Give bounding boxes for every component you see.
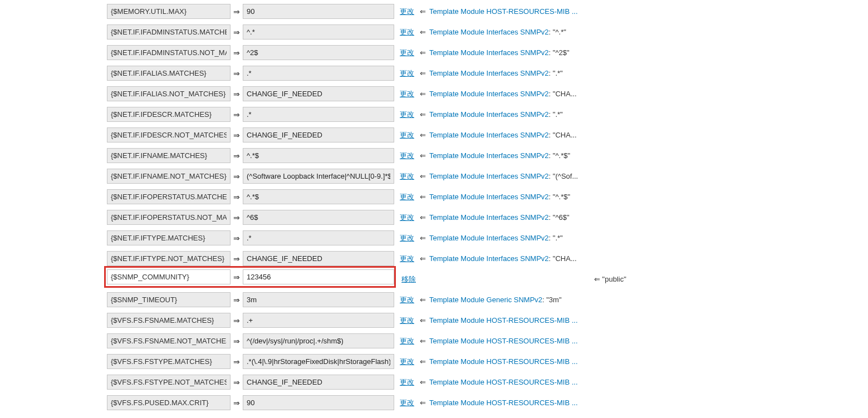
template-link[interactable]: Template Module HOST-RESOURCES-MIB ... (429, 357, 578, 366)
arrow-left-icon: ⇐ (420, 378, 426, 386)
change-link[interactable]: 更改 (400, 254, 414, 264)
template-link[interactable]: Template Module Interfaces SNMPv2 (429, 110, 549, 119)
macro-value-input (243, 251, 394, 266)
arrow-left-icon: ⇐ (420, 316, 426, 324)
template-link[interactable]: Template Module Interfaces SNMPv2 (429, 90, 549, 98)
change-link[interactable]: 更改 (400, 233, 414, 243)
template-link[interactable]: Template Module Interfaces SNMPv2 (429, 69, 549, 77)
macro-row: ⇒更改⇐Template Module Interfaces SNMPv2: "… (107, 168, 868, 184)
template-link[interactable]: Template Module Interfaces SNMPv2 (429, 151, 549, 160)
template-link[interactable]: Template Module Interfaces SNMPv2 (429, 193, 549, 201)
change-link[interactable]: 更改 (400, 7, 414, 17)
change-link[interactable]: 更改 (400, 130, 414, 140)
macro-value-input (243, 395, 394, 410)
inherited-value: ⇐ "public" (594, 275, 626, 283)
macro-name-input (107, 251, 231, 266)
arrow-right-icon: ⇒ (231, 48, 243, 57)
inherited-value: : "3m" (542, 296, 562, 304)
template-link[interactable]: Template Module HOST-RESOURCES-MIB ... (429, 378, 578, 386)
arrow-right-icon: ⇒ (231, 213, 243, 222)
template-source: Template Module Generic SNMPv2: "3m" (429, 296, 583, 304)
macro-name-input (107, 169, 231, 184)
arrow-right-icon: ⇒ (231, 337, 243, 346)
macro-name-input (107, 45, 231, 60)
inherited-value: : "^.*$" (549, 193, 570, 201)
template-link[interactable]: Template Module Interfaces SNMPv2 (429, 254, 549, 263)
macro-row: ⇒更改⇐Template Module Interfaces SNMPv2: "… (107, 189, 868, 205)
arrow-right-icon: ⇒ (231, 7, 243, 16)
macro-value-input[interactable] (243, 269, 394, 284)
inherited-value: : "^6$" (549, 213, 570, 222)
template-link[interactable]: Template Module Interfaces SNMPv2 (429, 172, 549, 180)
template-source: Template Module HOST-RESOURCES-MIB ... (429, 378, 583, 386)
template-link[interactable]: Template Module Interfaces SNMPv2 (429, 234, 549, 242)
macro-value-input (243, 148, 394, 163)
template-source: Template Module Interfaces SNMPv2: "CHA.… (429, 131, 583, 139)
template-source: Template Module Interfaces SNMPv2: ".*" (429, 69, 583, 77)
change-link[interactable]: 更改 (400, 377, 414, 387)
template-link[interactable]: Template Module HOST-RESOURCES-MIB ... (429, 316, 578, 324)
template-link[interactable]: Template Module Interfaces SNMPv2 (429, 131, 549, 139)
change-link[interactable]: 更改 (400, 357, 414, 367)
arrow-left-icon: ⇐ (420, 7, 426, 16)
inherited-value: : "^2$" (549, 48, 570, 57)
arrow-right-icon: ⇒ (231, 296, 243, 304)
macro-name-input (107, 313, 231, 328)
macro-value-input (243, 169, 394, 184)
template-link[interactable]: Template Module Interfaces SNMPv2 (429, 213, 549, 222)
macro-name-input (107, 107, 231, 122)
template-link[interactable]: Template Module HOST-RESOURCES-MIB ... (429, 7, 578, 16)
remove-link[interactable]: 移除 (401, 274, 416, 284)
template-source: Template Module Interfaces SNMPv2: "^.*$… (429, 151, 583, 160)
change-link[interactable]: 更改 (400, 171, 414, 181)
macro-value-input (243, 292, 394, 307)
arrow-left-icon: ⇐ (420, 296, 426, 304)
arrow-right-icon: ⇒ (231, 151, 243, 160)
arrow-right-icon: ⇒ (231, 110, 243, 119)
arrow-right-icon: ⇒ (231, 234, 243, 243)
change-link[interactable]: 更改 (400, 316, 414, 326)
inherited-value: : "(^Sof... (549, 172, 578, 180)
template-link[interactable]: Template Module HOST-RESOURCES-MIB ... (429, 337, 578, 345)
change-link[interactable]: 更改 (400, 89, 414, 99)
macro-row: ⇒更改⇐Template Module Interfaces SNMPv2: "… (107, 106, 868, 122)
macro-value-input (243, 189, 394, 204)
change-link[interactable]: 更改 (400, 213, 414, 223)
template-link[interactable]: Template Module Interfaces SNMPv2 (429, 28, 549, 36)
template-link[interactable]: Template Module Interfaces SNMPv2 (429, 48, 549, 57)
change-link[interactable]: 更改 (400, 110, 414, 120)
arrow-left-icon: ⇐ (420, 28, 426, 36)
macro-name-input (107, 375, 231, 390)
change-link[interactable]: 更改 (400, 68, 414, 78)
inherited-value: : "CHA... (549, 254, 577, 263)
arrow-left-icon: ⇐ (420, 110, 426, 119)
change-link[interactable]: 更改 (400, 336, 414, 346)
arrow-right-icon: ⇒ (231, 378, 243, 387)
macro-name-input[interactable] (107, 269, 231, 284)
macro-name-input (107, 230, 231, 245)
macro-value-input (243, 333, 394, 348)
arrow-left-icon: ⇐ (420, 69, 426, 77)
macro-name-input (107, 395, 231, 410)
macro-name-input (107, 86, 231, 101)
change-link[interactable]: 更改 (400, 192, 414, 202)
change-link[interactable]: 更改 (400, 151, 414, 161)
change-link[interactable]: 更改 (400, 398, 414, 408)
arrow-left-icon: ⇐ (420, 399, 426, 407)
macro-row: ⇒更改⇐Template Module HOST-RESOURCES-MIB .… (107, 353, 868, 370)
change-link[interactable]: 更改 (400, 27, 414, 37)
template-source: Template Module Interfaces SNMPv2: "^2$" (429, 48, 583, 57)
change-link[interactable]: 更改 (400, 295, 414, 305)
macro-name-input (107, 333, 231, 348)
arrow-left-icon: ⇐ (420, 193, 426, 201)
change-link[interactable]: 更改 (400, 48, 414, 58)
macro-value-input (243, 66, 394, 81)
template-source: Template Module Interfaces SNMPv2: ".*" (429, 110, 583, 119)
macro-value-input (243, 210, 394, 225)
template-link[interactable]: Template Module Generic SNMPv2 (429, 296, 542, 304)
macro-name-input (107, 292, 231, 307)
template-source: Template Module Interfaces SNMPv2: "(^So… (429, 172, 583, 180)
inherited-value: : ".*" (549, 110, 563, 119)
template-link[interactable]: Template Module HOST-RESOURCES-MIB ... (429, 399, 578, 407)
macro-name-input (107, 210, 231, 225)
